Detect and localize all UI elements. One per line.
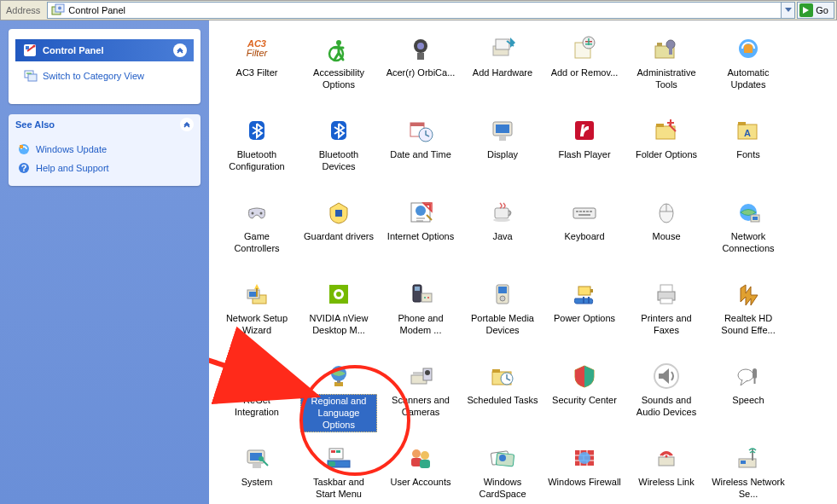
control-panel-icon [22, 43, 38, 58]
svg-rect-36 [410, 123, 424, 126]
link-help-support[interactable]: ? Help and Support [17, 159, 192, 177]
control-panel-item[interactable]: AFonts [707, 113, 789, 194]
address-field[interactable] [47, 2, 795, 19]
item-label: Fonts [735, 148, 762, 162]
control-panel-item[interactable]: Printers and Faxes [625, 276, 707, 358]
java-icon [488, 198, 517, 227]
link-windows-update[interactable]: Windows Update [17, 140, 192, 159]
orbicam-icon [406, 34, 435, 63]
svg-point-81 [500, 296, 505, 301]
svg-rect-111 [336, 450, 340, 453]
item-label: Network Setup Wizard [218, 312, 295, 338]
svg-rect-39 [496, 125, 509, 133]
control-panel-item[interactable]: System [216, 440, 298, 504]
control-panel-item[interactable]: Add or Remov... [543, 31, 625, 113]
control-panel-item[interactable]: Realtek HD Sound Effe... [707, 276, 789, 358]
item-label: Power Options [552, 312, 617, 326]
control-panel-item[interactable]: Accessibility Options [298, 31, 380, 113]
panel-title: See Also [15, 119, 55, 130]
add-hardware-icon [488, 34, 517, 63]
control-panel-item[interactable]: Portable Media Devices [462, 276, 543, 358]
control-panel-item[interactable]: Windows CardSpace [462, 440, 543, 504]
portable-media-icon [488, 280, 517, 309]
address-input[interactable] [68, 5, 781, 15]
item-label: Wireless Network Se... [710, 476, 787, 501]
control-panel-item[interactable]: Mouse [625, 194, 707, 276]
control-panel-item[interactable]: Folder Options [625, 113, 707, 194]
control-panel-item[interactable]: Java [462, 194, 543, 276]
bluetooth-icon [242, 116, 271, 145]
svg-point-114 [421, 451, 429, 460]
admin-tools-icon [652, 34, 681, 63]
control-panel-item[interactable]: Taskbar and Start Menu [298, 440, 380, 504]
item-label: Administrative Tools [628, 67, 705, 92]
control-panel-item[interactable]: Regional and Language Options [298, 358, 380, 440]
address-dropdown[interactable] [781, 3, 794, 18]
svg-point-55 [493, 218, 510, 222]
printers-icon [652, 280, 681, 309]
svg-rect-58 [579, 211, 582, 212]
svg-point-6 [33, 45, 36, 48]
control-panel-item[interactable]: Flash Player [543, 113, 625, 194]
control-panel-item[interactable]: Administrative Tools [625, 31, 707, 113]
control-panel-item[interactable]: AC3FilterAC3 Filter [216, 31, 298, 113]
control-panel-item[interactable]: Sounds and Audio Devices [625, 358, 707, 440]
control-panel-item[interactable]: Internet Options [380, 194, 462, 276]
control-panel-item[interactable]: Phone and Modem ... [380, 276, 462, 358]
control-panel-item[interactable]: Guardant drivers [298, 194, 380, 276]
panel-header[interactable]: Control Panel [15, 39, 194, 61]
regional-icon [324, 362, 353, 391]
control-panel-item[interactable]: Game Controllers [216, 194, 298, 276]
chevron-up-icon[interactable] [173, 43, 187, 57]
control-panel-item[interactable]: Scanners and Cameras [380, 358, 462, 440]
control-panel-item[interactable]: Add Hardware [462, 31, 543, 113]
svg-rect-76 [421, 293, 432, 302]
ac3-filter-icon: AC3Filter [242, 34, 271, 63]
item-label: Scanners and Cameras [382, 394, 459, 420]
svg-rect-27 [585, 43, 592, 45]
speech-icon [734, 362, 763, 391]
item-label: Security Center [550, 394, 619, 408]
panel-header[interactable]: See Also [9, 114, 201, 135]
control-panel-item[interactable]: NVIDIA nView Desktop M... [298, 276, 380, 358]
bluetooth-icon [324, 116, 353, 145]
fonts-icon: A [734, 116, 763, 145]
network-wizard-icon [242, 280, 271, 309]
svg-point-48 [252, 212, 254, 215]
svg-point-49 [260, 212, 263, 215]
svg-text:?: ? [21, 163, 27, 173]
control-panel-item[interactable]: Security Center [543, 358, 625, 440]
svg-rect-50 [335, 210, 342, 217]
control-panel-item[interactable]: User Accounts [380, 440, 462, 504]
svg-point-106 [259, 456, 264, 461]
control-panel-item[interactable]: Date and Time [380, 113, 462, 194]
control-panel-item[interactable]: Automatic Updates [707, 31, 789, 113]
icon-grid: AC3FilterAC3 FilterAccessibility Options… [216, 31, 830, 504]
item-label: Windows CardSpace [464, 476, 541, 501]
control-panel-item[interactable]: ReGet Integration [216, 358, 298, 440]
item-label: Printers and Faxes [628, 312, 705, 338]
control-panel-item[interactable]: Acer(r) OrbiCa... [380, 31, 462, 113]
control-panel-item[interactable]: Network Setup Wizard [216, 276, 298, 358]
control-panel-item[interactable]: Bluetooth Configuration [216, 113, 298, 194]
control-panel-item[interactable]: Scheduled Tasks [462, 358, 543, 440]
link-switch-category-view[interactable]: Switch to Category View [24, 67, 185, 85]
control-panel-item[interactable]: Speech [707, 358, 789, 440]
svg-rect-124 [741, 461, 746, 464]
svg-rect-80 [498, 287, 507, 293]
control-panel-item[interactable]: Bluetooth Devices [298, 113, 380, 194]
svg-rect-121 [659, 457, 674, 466]
control-panel-item[interactable]: Network Connections [707, 194, 789, 276]
panel-title: Control Panel [43, 45, 104, 55]
control-panel-item[interactable]: Windows Firewall [543, 440, 625, 504]
control-panel-item[interactable]: Display [462, 113, 543, 194]
control-panel-item[interactable]: Power Options [543, 276, 625, 358]
svg-point-52 [416, 206, 426, 216]
control-panel-item[interactable]: Keyboard [543, 194, 625, 276]
go-button[interactable]: Go [797, 2, 834, 19]
control-panel-item[interactable]: Wireless Network Se... [707, 440, 789, 504]
reget-icon [242, 362, 271, 391]
wireless-network-icon [734, 443, 763, 472]
control-panel-item[interactable]: Wireless Link [625, 440, 707, 504]
chevron-up-icon[interactable] [180, 118, 194, 131]
